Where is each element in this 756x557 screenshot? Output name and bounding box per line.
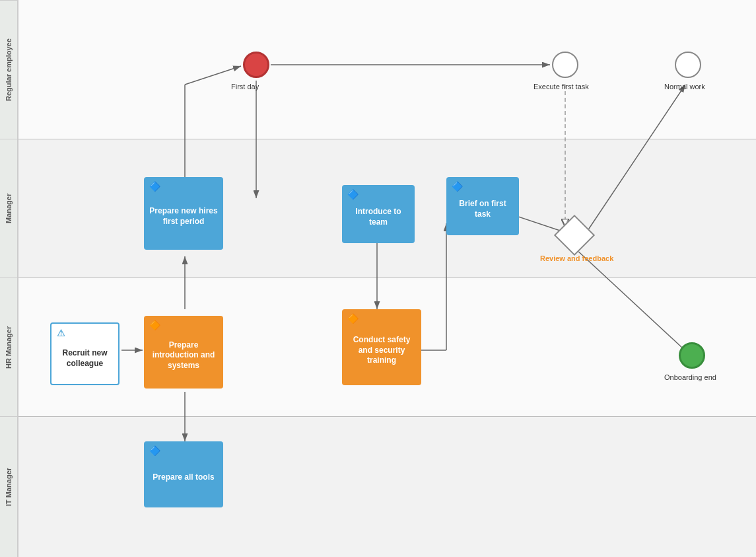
prepare-all-tools-node[interactable]: 🔷 Prepare all tools (144, 441, 223, 507)
prepare-newhires-icon: 🔷 (149, 181, 160, 192)
prepare-intro-icon: 🔶 (149, 320, 160, 330)
recruit-new-colleague-node[interactable]: ⚠ Recruit new colleague (50, 322, 120, 385)
swimlane-labels: Regular employee Manager HR Manager IT M… (0, 0, 18, 557)
lane-label-it: IT Manager (0, 416, 17, 557)
recruit-icon: ⚠ (57, 328, 65, 338)
prepare-new-hires-node[interactable]: 🔷 Prepare new hires first period (144, 177, 223, 250)
divider-2 (18, 278, 756, 278)
lane-label-manager: Manager (0, 139, 17, 278)
lane-label-regular: Regular employee (0, 0, 17, 139)
onboarding-end-label: Onboarding end (664, 373, 716, 381)
divider-1 (18, 139, 756, 139)
lane-bg-it (18, 416, 756, 557)
normal-work-label: Normal work (664, 83, 705, 91)
diagram-area: First day Execute first task Normal work… (18, 0, 756, 557)
brief-icon: 🔷 (452, 181, 463, 192)
conduct-safety-icon: 🔶 (347, 313, 359, 324)
prepare-tools-icon: 🔷 (149, 445, 160, 456)
conduct-safety-node[interactable]: 🔶 Conduct safety and security training (342, 309, 421, 385)
onboarding-end-node (679, 342, 705, 369)
execute-first-task-node (552, 52, 578, 78)
prepare-intro-node[interactable]: 🔶 Prepare introduction and systems (144, 316, 223, 389)
first-day-node (243, 52, 269, 78)
brief-on-first-task-node[interactable]: 🔷 Brief on first task (446, 177, 519, 235)
lane-label-hr: HR Manager (0, 278, 17, 416)
divider-3 (18, 416, 756, 417)
normal-work-node (675, 52, 701, 78)
execute-first-task-label: Execute first task (533, 83, 589, 91)
lane-bg-regular (18, 0, 756, 139)
introduce-icon: 🔷 (347, 189, 359, 200)
first-day-label: First day (231, 83, 259, 91)
introduce-to-team-node[interactable]: 🔷 Introduce to team (342, 185, 415, 243)
diagram-container: Regular employee Manager HR Manager IT M… (0, 0, 756, 557)
review-feedback-label: Review and feedback (540, 254, 613, 262)
